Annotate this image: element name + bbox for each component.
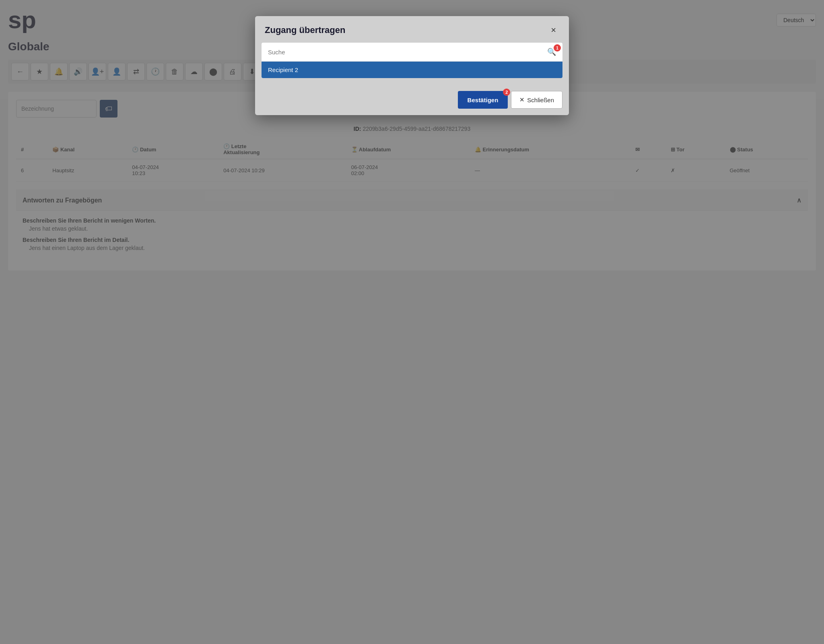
modal-title: Zugang übertragen	[265, 25, 345, 35]
close-button[interactable]: ✕ Schließen	[511, 91, 562, 109]
search-container: 🔍 1 Recipient 2	[262, 43, 562, 78]
modal-body: 🔍 1 Recipient 2	[255, 43, 569, 85]
transfer-modal: Zugang übertragen × 🔍 1 Recipient 2 Best…	[255, 16, 569, 115]
confirm-label: Bestätigen	[468, 97, 499, 103]
search-badge: 1	[554, 44, 561, 52]
modal-header: Zugang übertragen ×	[255, 16, 569, 43]
search-row: 🔍 1	[262, 43, 562, 62]
confirm-badge: 2	[503, 89, 510, 96]
recipient-item[interactable]: Recipient 2	[262, 62, 562, 78]
close-x-icon: ✕	[519, 96, 525, 103]
modal-footer: Bestätigen 2 ✕ Schließen	[255, 85, 569, 115]
close-label: Schließen	[527, 97, 554, 103]
search-button[interactable]: 🔍 1	[544, 46, 559, 58]
modal-close-x-button[interactable]: ×	[548, 24, 559, 36]
confirm-button[interactable]: Bestätigen 2	[458, 91, 508, 109]
modal-overlay: Zugang übertragen × 🔍 1 Recipient 2 Best…	[0, 0, 824, 644]
search-input[interactable]	[265, 46, 544, 58]
